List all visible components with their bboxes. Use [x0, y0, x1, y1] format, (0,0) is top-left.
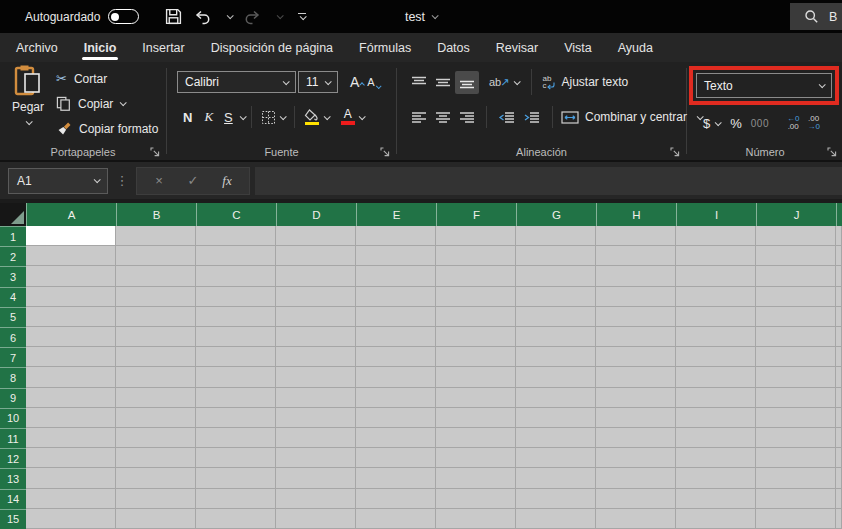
fill-color-button[interactable]	[301, 107, 332, 128]
autosave-toggle[interactable]	[108, 9, 139, 24]
cell-g7[interactable]	[516, 347, 596, 367]
cell-e3[interactable]	[356, 266, 436, 286]
row-header-11[interactable]: 11	[0, 428, 26, 448]
orientation-button[interactable]: ab ↗	[487, 74, 521, 91]
column-header-e[interactable]: E	[356, 203, 436, 226]
cell-d1[interactable]	[276, 226, 356, 246]
row-header-12[interactable]: 12	[0, 448, 26, 468]
row-header-4[interactable]: 4	[0, 287, 26, 307]
underline-button[interactable]: S	[219, 108, 238, 127]
cell-d15[interactable]	[276, 509, 356, 529]
cell-a13[interactable]	[26, 468, 116, 488]
cell-d12[interactable]	[276, 448, 356, 468]
align-right-button[interactable]	[455, 106, 479, 129]
cell-b13[interactable]	[116, 468, 196, 488]
wrap-text-button[interactable]: ab c Ajustar texto	[542, 75, 628, 90]
cell-j15[interactable]	[756, 509, 836, 529]
cell-f7[interactable]	[436, 347, 516, 367]
cell-f15[interactable]	[436, 509, 516, 529]
cell-h12[interactable]	[596, 448, 676, 468]
font-name-combo[interactable]: Calibri	[177, 71, 296, 93]
document-title[interactable]: test	[405, 0, 437, 33]
thousands-format-button[interactable]: 000	[748, 116, 772, 131]
cell-f10[interactable]	[436, 408, 516, 428]
cell-c5[interactable]	[196, 307, 276, 327]
insert-function-button[interactable]: fx	[211, 173, 243, 189]
cell-b12[interactable]	[116, 448, 196, 468]
increase-font-size-button[interactable]: A	[346, 72, 363, 92]
cell-e2[interactable]	[356, 246, 436, 266]
cell-c1[interactable]	[196, 226, 276, 246]
cell-j1[interactable]	[756, 226, 836, 246]
cell-partial[interactable]	[836, 448, 842, 468]
cell-a4[interactable]	[26, 287, 116, 307]
cell-i13[interactable]	[676, 468, 756, 488]
cell-e8[interactable]	[356, 367, 436, 387]
column-header-partial[interactable]	[836, 203, 842, 226]
cell-g9[interactable]	[516, 388, 596, 408]
cell-g12[interactable]	[516, 448, 596, 468]
cell-b11[interactable]	[116, 428, 196, 448]
cell-b8[interactable]	[116, 367, 196, 387]
cell-h11[interactable]	[596, 428, 676, 448]
cell-partial[interactable]	[836, 287, 842, 307]
cell-partial[interactable]	[836, 226, 842, 246]
cell-partial[interactable]	[836, 266, 842, 286]
align-center-button[interactable]	[431, 106, 455, 129]
cell-e4[interactable]	[356, 287, 436, 307]
cell-g10[interactable]	[516, 408, 596, 428]
customize-quick-access-button[interactable]	[298, 13, 306, 20]
cell-partial[interactable]	[836, 408, 842, 428]
cell-b3[interactable]	[116, 266, 196, 286]
cell-e7[interactable]	[356, 347, 436, 367]
cell-i4[interactable]	[676, 287, 756, 307]
cell-c8[interactable]	[196, 367, 276, 387]
cell-g2[interactable]	[516, 246, 596, 266]
select-all-button[interactable]	[0, 203, 26, 226]
cell-c7[interactable]	[196, 347, 276, 367]
cell-g6[interactable]	[516, 327, 596, 347]
row-header-7[interactable]: 7	[0, 347, 26, 367]
cell-a11[interactable]	[26, 428, 116, 448]
column-header-j[interactable]: J	[756, 203, 836, 226]
cell-j11[interactable]	[756, 428, 836, 448]
currency-format-button[interactable]: $	[699, 114, 724, 133]
tab-inicio[interactable]: Inicio	[71, 33, 130, 62]
cell-i2[interactable]	[676, 246, 756, 266]
cell-a8[interactable]	[26, 367, 116, 387]
tab-formulas[interactable]: Fórmulas	[346, 33, 424, 62]
align-bottom-button[interactable]	[455, 71, 479, 94]
cell-f8[interactable]	[436, 367, 516, 387]
cell-j3[interactable]	[756, 266, 836, 286]
row-header-15[interactable]: 15	[0, 509, 26, 529]
cell-a9[interactable]	[26, 388, 116, 408]
cell-g8[interactable]	[516, 367, 596, 387]
cell-a2[interactable]	[26, 246, 116, 266]
cell-a10[interactable]	[26, 408, 116, 428]
cell-b2[interactable]	[116, 246, 196, 266]
cell-h14[interactable]	[596, 489, 676, 509]
cell-partial[interactable]	[836, 367, 842, 387]
cell-partial[interactable]	[836, 307, 842, 327]
cell-partial[interactable]	[836, 388, 842, 408]
cell-i5[interactable]	[676, 307, 756, 327]
cell-h8[interactable]	[596, 367, 676, 387]
cell-e14[interactable]	[356, 489, 436, 509]
cell-a15[interactable]	[26, 509, 116, 529]
cell-d13[interactable]	[276, 468, 356, 488]
cell-i14[interactable]	[676, 489, 756, 509]
row-header-6[interactable]: 6	[0, 327, 26, 347]
cell-j7[interactable]	[756, 347, 836, 367]
cell-f12[interactable]	[436, 448, 516, 468]
cell-j10[interactable]	[756, 408, 836, 428]
cell-a5[interactable]	[26, 307, 116, 327]
cell-e5[interactable]	[356, 307, 436, 327]
formula-input[interactable]	[255, 167, 842, 195]
redo-dropdown[interactable]	[273, 11, 286, 22]
tab-vista[interactable]: Vista	[551, 33, 605, 62]
cell-i12[interactable]	[676, 448, 756, 468]
search-box[interactable]: B	[790, 3, 842, 30]
cell-i3[interactable]	[676, 266, 756, 286]
clipboard-dialog-launcher[interactable]	[150, 147, 160, 157]
cell-f3[interactable]	[436, 266, 516, 286]
